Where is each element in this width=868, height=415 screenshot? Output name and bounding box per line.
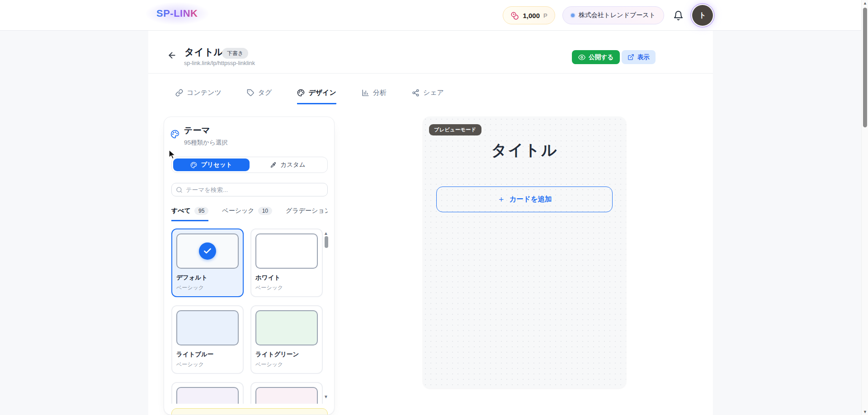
custom-toggle[interactable]: カスタム	[250, 159, 326, 171]
add-card-button[interactable]: ＋ カードを追加	[436, 187, 613, 212]
theme-panel-title: テーマ	[184, 125, 228, 136]
tab-analytics[interactable]: 分析	[362, 89, 387, 104]
points-badge[interactable]: 1,000 P	[503, 6, 555, 24]
theme-name: ライトグリーン	[255, 350, 318, 359]
tag-icon	[247, 89, 255, 97]
palette-icon	[190, 162, 197, 168]
company-badge[interactable]: 株式会社トレンドブースト	[562, 6, 664, 24]
custom-label: カスタム	[280, 161, 305, 169]
preset-toggle[interactable]: プリセット	[173, 159, 250, 171]
list-scroll-up-arrow[interactable]: ▲	[324, 231, 328, 236]
status-badge: 下書き	[222, 48, 248, 59]
bell-icon	[673, 10, 684, 21]
coins-icon	[510, 11, 519, 20]
filter-basic[interactable]: ベーシック 10	[222, 206, 272, 221]
tab-bar: コンテンツ タグ デザイン	[175, 89, 444, 104]
page-title: タイトル	[184, 46, 223, 58]
preview-mode-badge: プレビューモード	[429, 124, 481, 135]
notifications-button[interactable]	[671, 9, 685, 22]
back-button[interactable]	[165, 49, 178, 61]
scrollbar-up-arrow[interactable]: ▲	[863, 1, 867, 5]
theme-card-partial-right[interactable]	[250, 382, 323, 404]
theme-name: デフォルト	[176, 274, 239, 282]
tab-label: タグ	[258, 89, 272, 97]
theme-swatch	[176, 233, 239, 269]
publish-button[interactable]: 公開する	[572, 50, 620, 64]
search-icon	[176, 187, 183, 193]
page-title-bar: タイトル 下書き sp-link.link/lp/httpssp-linklin…	[148, 31, 713, 74]
external-link-icon	[627, 54, 634, 61]
view-button[interactable]: 表示	[622, 50, 656, 64]
theme-swatch	[176, 310, 239, 345]
top-header: SP-LINK 1,000 P 株式会社トレンドブースト	[0, 0, 868, 31]
theme-grid: デフォルト ベーシック ホワイト ベーシック ライトブルー ベーシック ライトグ…	[171, 228, 323, 404]
theme-card-lightgreen[interactable]: ライトグリーン ベーシック	[250, 305, 323, 374]
plus-icon: ＋	[497, 194, 505, 205]
palette-icon	[297, 89, 305, 97]
theme-swatch	[255, 310, 318, 345]
tab-share[interactable]: シェア	[412, 89, 444, 104]
theme-category: ベーシック	[255, 284, 318, 292]
theme-swatch	[255, 387, 318, 404]
chart-icon	[362, 89, 369, 97]
tab-label: デザイン	[308, 89, 336, 97]
check-icon	[199, 242, 216, 260]
theme-name: ライトブルー	[176, 350, 239, 359]
link-icon	[175, 89, 183, 97]
theme-search	[171, 183, 328, 196]
avatar[interactable]: ト	[692, 5, 713, 26]
tab-design[interactable]: デザイン	[297, 89, 336, 104]
avatar-letter: ト	[699, 11, 706, 20]
notice-box	[171, 408, 328, 415]
theme-search-input[interactable]	[186, 187, 323, 193]
publish-label: 公開する	[589, 53, 613, 61]
points-value: 1,000	[523, 12, 540, 19]
scrollbar-down-arrow[interactable]: ▼	[863, 410, 867, 414]
tab-label: 分析	[373, 89, 387, 97]
filter-label: ベーシック	[222, 207, 254, 215]
filter-gradient[interactable]: グラデーション	[286, 206, 328, 221]
company-status-dot	[571, 14, 575, 17]
arrow-left-icon	[167, 51, 177, 60]
scrollbar-thumb[interactable]	[863, 8, 867, 127]
page-url: sp-link.link/lp/httpssp-linklink	[184, 60, 255, 66]
theme-card-default[interactable]: デフォルト ベーシック	[171, 228, 244, 297]
theme-swatch	[255, 233, 318, 269]
eye-icon	[578, 54, 585, 61]
preset-label: プリセット	[201, 161, 232, 169]
theme-swatch	[176, 387, 239, 404]
browser-scrollbar[interactable]: ▲ ▼	[861, 0, 868, 415]
tab-contents[interactable]: コンテンツ	[175, 89, 222, 104]
add-card-label: カードを追加	[509, 195, 552, 204]
share-icon	[412, 89, 420, 97]
filter-label: すべて	[171, 207, 191, 215]
app-window: SP-LINK 1,000 P 株式会社トレンドブースト	[0, 0, 868, 415]
preview-panel: プレビューモード タイトル ＋ カードを追加	[423, 117, 626, 388]
theme-category: ベーシック	[176, 284, 239, 292]
filter-count: 10	[258, 207, 272, 215]
filter-all[interactable]: すべて 95	[171, 206, 208, 221]
theme-name: ホワイト	[255, 274, 318, 282]
theme-category: ベーシック	[176, 361, 239, 368]
theme-mode-toggle: プリセット カスタム	[171, 157, 328, 173]
company-name: 株式会社トレンドブースト	[579, 11, 656, 19]
tab-label: シェア	[423, 89, 444, 97]
tab-tags[interactable]: タグ	[247, 89, 272, 104]
theme-card-partial-left[interactable]	[171, 382, 244, 404]
theme-panel: テーマ 95種類から選択 プリセット	[164, 117, 335, 415]
theme-filters: すべて 95 ベーシック 10 グラデーション	[171, 206, 328, 221]
tab-label: コンテンツ	[187, 89, 222, 97]
palette-icon	[170, 130, 179, 147]
theme-card-lightblue[interactable]: ライトブルー ベーシック	[171, 305, 244, 374]
filter-label: グラデーション	[286, 207, 328, 215]
theme-panel-subtitle: 95種類から選択	[184, 139, 228, 147]
points-unit: P	[543, 12, 547, 19]
view-label: 表示	[637, 53, 650, 61]
app-logo[interactable]: SP-LINK	[149, 4, 205, 23]
app-logo-text: SP-LINK	[156, 8, 198, 19]
preview-title: タイトル	[423, 140, 626, 161]
list-scroll-down-arrow[interactable]: ▼	[324, 394, 328, 399]
filter-count: 95	[194, 207, 208, 215]
list-scrollbar-thumb[interactable]	[325, 236, 328, 248]
theme-card-white[interactable]: ホワイト ベーシック	[250, 228, 323, 297]
